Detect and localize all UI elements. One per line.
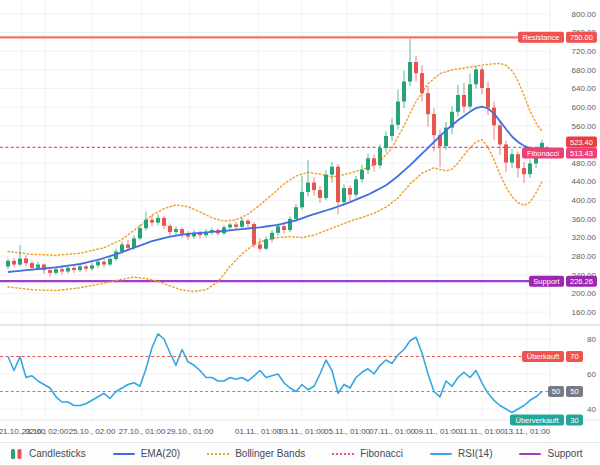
trading-chart: 800.00760.00720.00680.00640.00600.00560.… xyxy=(0,0,600,465)
legend-item-bollinger[interactable]: Bollinger Bands xyxy=(207,448,305,459)
svg-text:513.43: 513.43 xyxy=(570,149,593,158)
chart-svg[interactable]: 800.00760.00720.00680.00640.00600.00560.… xyxy=(0,0,600,442)
svg-text:40: 40 xyxy=(587,405,596,414)
svg-text:Überverkauft: Überverkauft xyxy=(516,416,560,425)
legend-item-support[interactable]: Support xyxy=(519,448,582,459)
svg-text:27.10., 01:00: 27.10., 01:00 xyxy=(119,427,166,436)
svg-text:25.10., 02:00: 25.10., 02:00 xyxy=(69,427,116,436)
svg-text:Support: Support xyxy=(533,277,560,286)
legend-item-ema[interactable]: EMA(20) xyxy=(113,448,180,459)
legend-label: EMA(20) xyxy=(141,448,180,459)
svg-text:29.10., 01:00: 29.10., 01:00 xyxy=(167,427,214,436)
fibonacci-line-icon xyxy=(332,453,354,455)
last-price-tag: 523.40 xyxy=(566,137,597,148)
chart-canvas[interactable]: 800.00760.00720.00680.00640.00600.00560.… xyxy=(0,0,600,442)
legend-item-fibonacci[interactable]: Fibonacci xyxy=(332,448,403,459)
svg-text:13.11., 01:00: 13.11., 01:00 xyxy=(504,427,551,436)
legend-label: Candlesticks xyxy=(29,448,86,459)
svg-text:360.00: 360.00 xyxy=(572,215,597,224)
svg-text:23.10., 02:00: 23.10., 02:00 xyxy=(22,427,69,436)
fibonacci-tag: Fibonacci513.43 xyxy=(522,148,597,159)
support-tag: Support226.26 xyxy=(529,276,597,287)
legend-item-rsi[interactable]: RSI(14) xyxy=(430,448,492,459)
ema-line xyxy=(8,107,542,272)
legend-label: Support xyxy=(547,448,582,459)
ema-line-icon xyxy=(113,453,135,455)
svg-text:80: 80 xyxy=(587,335,596,344)
legend-label: RSI(14) xyxy=(458,448,492,459)
svg-text:07.11., 01:00: 07.11., 01:00 xyxy=(369,427,416,436)
svg-text:70: 70 xyxy=(570,352,578,361)
svg-text:50: 50 xyxy=(570,387,578,396)
svg-text:280.00: 280.00 xyxy=(572,252,597,261)
svg-text:Überkauft: Überkauft xyxy=(527,352,560,361)
resistance-tag: Resistance750.00 xyxy=(518,32,597,43)
svg-text:800.00: 800.00 xyxy=(572,10,597,19)
rsi-overbought-tag: Überkauft70 xyxy=(522,351,583,362)
svg-text:480.00: 480.00 xyxy=(572,159,597,168)
svg-text:11.11., 01:00: 11.11., 01:00 xyxy=(459,427,505,436)
rsi-line-icon xyxy=(430,453,452,455)
bollinger-lower-band xyxy=(8,140,542,292)
svg-text:05.11., 01:00: 05.11., 01:00 xyxy=(324,427,371,436)
svg-text:09.11., 01:00: 09.11., 01:00 xyxy=(414,427,461,436)
candlesticks-icon xyxy=(10,448,23,460)
svg-text:226.26: 226.26 xyxy=(570,277,593,286)
rsi-line xyxy=(8,334,542,413)
svg-text:60: 60 xyxy=(587,370,596,379)
svg-text:440.00: 440.00 xyxy=(572,177,597,186)
svg-text:523.40: 523.40 xyxy=(570,138,593,147)
svg-text:160.00: 160.00 xyxy=(572,308,597,317)
svg-text:Resistance: Resistance xyxy=(522,33,559,42)
svg-text:400.00: 400.00 xyxy=(572,196,597,205)
time-axis[interactable]: 21.10., 02:0023.10., 02:0025.10., 02:002… xyxy=(0,427,551,436)
svg-text:560.00: 560.00 xyxy=(572,122,597,131)
chart-legend: Candlesticks EMA(20) Bollinger Bands Fib… xyxy=(0,442,600,464)
svg-text:03.11., 01:00: 03.11., 01:00 xyxy=(279,427,326,436)
legend-item-candlesticks[interactable]: Candlesticks xyxy=(10,448,86,460)
svg-text:320.00: 320.00 xyxy=(572,233,597,242)
svg-text:01.11., 01:00: 01.11., 01:00 xyxy=(235,427,282,436)
bollinger-line-icon xyxy=(207,453,229,455)
svg-text:680.00: 680.00 xyxy=(572,66,597,75)
legend-label: Bollinger Bands xyxy=(235,448,305,459)
bollinger-upper-band xyxy=(8,63,542,255)
svg-text:750.00: 750.00 xyxy=(570,33,593,42)
legend-label: Fibonacci xyxy=(360,448,403,459)
svg-text:30: 30 xyxy=(570,416,578,425)
svg-text:Fibonacci: Fibonacci xyxy=(527,149,559,158)
svg-text:50: 50 xyxy=(552,387,560,396)
rsi-mid-tag: 5050 xyxy=(548,386,583,397)
candles-group xyxy=(6,39,544,277)
svg-text:640.00: 640.00 xyxy=(572,84,597,93)
svg-text:720.00: 720.00 xyxy=(572,47,597,56)
svg-text:600.00: 600.00 xyxy=(572,103,597,112)
support-line-icon xyxy=(519,453,541,455)
svg-text:200.00: 200.00 xyxy=(572,289,597,298)
rsi-oversold-tag: Überverkauft30 xyxy=(510,415,583,426)
